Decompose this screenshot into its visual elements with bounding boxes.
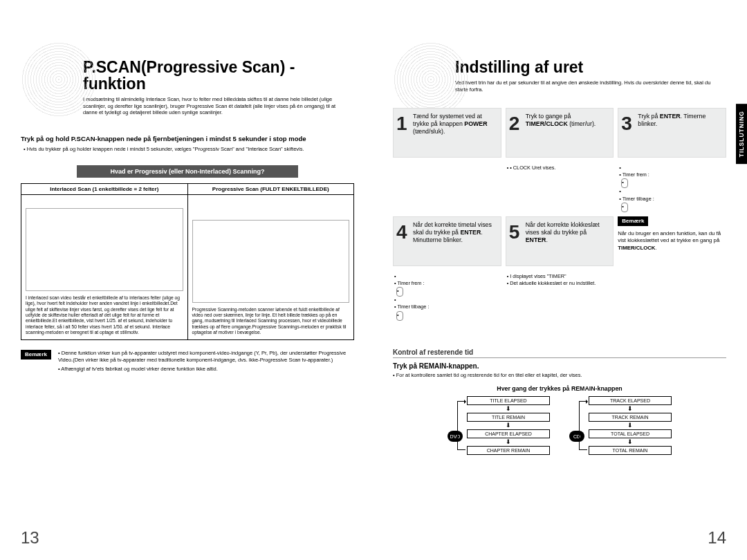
note-line-1: Denne funktion virker kun på tv-apparate… [58,350,354,364]
step-number: 2 [509,111,520,136]
step-1: 1 Tænd for systemet ved at trykke på kna… [393,108,501,158]
down-arrow-icon: ⬇ [627,422,633,429]
step-number: 5 [509,220,520,244]
dvd-cycle: DVD TITLE ELAPSED ⬇ TITLE REMAIN ⬇ CHAPT… [448,396,550,455]
step-3: 3 Tryk på ENTER. Timerne blinker. [618,108,726,158]
step-number: 3 [621,111,632,136]
scan-comparison-table: Interlaced Scan (1 enkeltbillede = 2 fel… [21,183,354,340]
down-arrow-icon: ⬇ [506,422,511,429]
col-header-interlaced: Interlaced Scan (1 enkeltbillede = 2 fel… [21,184,188,195]
page-intro: I modsætning til almindelig Interlace Sc… [83,96,346,115]
step-5: 5 Når det korrekte klokkeslæt vises skal… [506,216,614,266]
manual-spread: P.SCAN(Progressive Scan) -funktion I mod… [0,0,747,560]
decorative-swirl [393,41,469,118]
down-icon [396,311,403,321]
step5-detail: I displayet vises "TIMER" Det aktuelle k… [506,273,614,321]
loop-arrow [579,401,587,450]
note-badge: Bemærk [618,216,648,226]
step-number: 1 [396,111,407,136]
step-text: Tryk på ENTER. Timerne blinker. [638,113,706,127]
decorative-swirl [21,41,97,118]
cycle-item: CHAPTER REMAIN [467,446,550,455]
step2-detail: • CLOCK Uret vises. [506,165,614,212]
page-intro: Ved hvert trin har du et par sekunder ti… [455,80,718,93]
page-14: TILSLUTNING Indstilling af uret Ved hver… [374,0,747,560]
step-text: Når det korrekte klokkeslæt vises skal d… [526,221,600,243]
up-icon [621,178,628,188]
cycle-item: CHAPTER ELAPSED [467,429,550,438]
step-text: Når det korrekte timetal vises skal du t… [413,221,492,243]
remain-heading: Kontrol af resterende tid [393,348,726,358]
down-arrow-icon: ⬇ [506,439,511,445]
page-title: P.SCAN(Progressive Scan) -funktion [83,59,354,92]
progressive-description: Progressive Scanning-metoden scanner løb… [192,307,350,336]
col-header-progressive: Progressive Scan (FULDT ENKELTBILLEDE) [187,184,354,195]
cd-cycle: CD TRACK ELAPSED ⬇ TRACK REMAIN ⬇ TOTAL … [569,396,672,455]
section-tab: TILSLUTNING [736,104,747,164]
step-2: 2 Tryk to gange på TIMER/CLOCK (timer/ur… [506,108,614,158]
remain-bullet: For at kontrollere samlet tid og restere… [393,372,726,378]
remain-action: Tryk på REMAIN-knappen. [393,362,726,370]
step-text: Tryk to gange på TIMER/CLOCK (timer/ur). [526,113,596,127]
step-4: 4 Når det korrekte timetal vises skal du… [393,216,501,266]
down-arrow-icon: ⬇ [627,406,633,412]
step-text: Tænd for systemet ved at trykke på knapp… [413,113,488,135]
page-number: 14 [708,528,726,548]
step3-detail: Timer frem : Timer tilbage : [618,165,726,212]
note-content: Denne funktion virker kun på tv-apparate… [58,350,354,374]
remain-section: Kontrol af resterende tid Tryk på REMAIN… [393,348,726,455]
instruction-bullet: Hvis du trykker på og holder knappen ned… [30,146,354,153]
note-body: Når du bruger en anden funktion, kan du … [618,230,726,252]
note-panel: Bemærk Når du bruger en anden funktion, … [618,216,726,266]
interlaced-description: I interlaced scan video består et enkelt… [26,295,183,336]
page-title: Indstilling af uret [455,59,726,75]
note-line-2: Afhængigt af tv'ets fabrikat og model vi… [58,366,354,373]
down-arrow-icon: ⬇ [627,439,633,445]
loop-arrow [457,401,465,450]
step4-detail: Timer frem : Timer tilbage : [393,273,501,321]
up-icon [396,287,403,297]
page-number: 13 [21,528,39,548]
progressive-illustration [192,220,350,303]
down-icon [621,203,628,212]
remain-every-press: Hver gang der trykkes på REMAIN-knappen [393,385,726,392]
note-badge: Bemærk [21,350,51,360]
cycle-item: TITLE REMAIN [467,413,550,422]
step-number: 4 [396,220,407,244]
cycle-item: TITLE ELAPSED [467,396,550,405]
question-heading: Hvad er Progressiv (eller Non-Interlaced… [77,165,298,178]
cycle-item: TOTAL ELAPSED [589,429,672,438]
cycle-item: TRACK REMAIN [589,413,672,422]
down-arrow-icon: ⬇ [506,406,511,412]
interlaced-illustration [26,208,183,291]
instruction-title: Tryk på og hold P.SCAN-knappen nede på f… [21,135,354,143]
cycle-item: TOTAL REMAIN [589,446,672,455]
page-13: P.SCAN(Progressive Scan) -funktion I mod… [0,0,374,560]
cycle-item: TRACK ELAPSED [589,396,672,405]
